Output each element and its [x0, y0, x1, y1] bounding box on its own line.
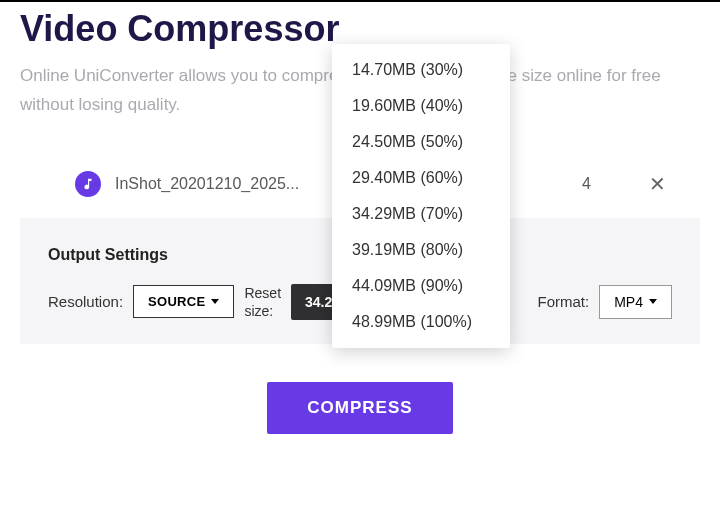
chevron-down-icon	[649, 299, 657, 304]
size-option[interactable]: 19.60MB (40%)	[332, 88, 510, 124]
format-value: MP4	[614, 294, 643, 310]
size-option[interactable]: 24.50MB (50%)	[332, 124, 510, 160]
resolution-label: Resolution:	[48, 293, 123, 310]
compress-panel: COMPRESS	[20, 356, 700, 464]
music-note-icon	[75, 171, 101, 197]
size-dropdown: 14.70MB (30%)19.60MB (40%)24.50MB (50%)2…	[332, 44, 510, 348]
reset-line2: size:	[244, 302, 281, 320]
reset-size-label: Reset size:	[244, 284, 281, 320]
size-option[interactable]: 48.99MB (100%)	[332, 304, 510, 340]
resolution-value: SOURCE	[148, 294, 205, 309]
size-option[interactable]: 39.19MB (80%)	[332, 232, 510, 268]
size-option[interactable]: 34.29MB (70%)	[332, 196, 510, 232]
file-size: 4	[582, 175, 591, 193]
compress-button[interactable]: COMPRESS	[267, 382, 452, 434]
reset-line1: Reset	[244, 284, 281, 302]
close-icon[interactable]: ✕	[645, 170, 670, 198]
chevron-down-icon	[211, 299, 219, 304]
size-option[interactable]: 29.40MB (60%)	[332, 160, 510, 196]
format-label: Format:	[538, 293, 590, 310]
resolution-select[interactable]: SOURCE	[133, 285, 234, 318]
format-select[interactable]: MP4	[599, 285, 672, 319]
size-option[interactable]: 44.09MB (90%)	[332, 268, 510, 304]
size-option[interactable]: 14.70MB (30%)	[332, 52, 510, 88]
